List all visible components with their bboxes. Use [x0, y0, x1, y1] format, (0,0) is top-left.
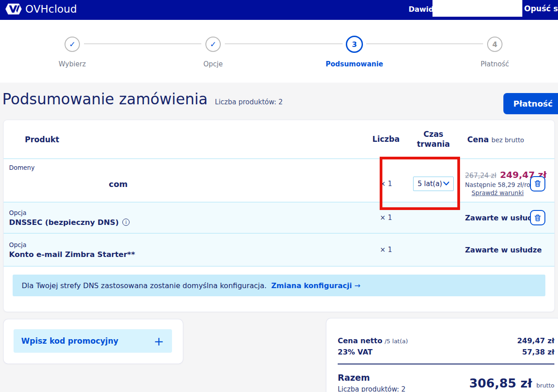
net-price-value: 249,47 zł [517, 336, 554, 345]
vat-row: 23% VAT 57,38 zł [338, 348, 554, 356]
payment-button[interactable]: Płatność → [503, 93, 558, 114]
summary-divider [338, 364, 554, 364]
product-cell: Opcja Konto e-mail Zimbra Starter** [9, 241, 370, 259]
price-cell: 267,24 zł249,47 zł Następnie 58,29 zł/ro… [465, 164, 526, 197]
product-category: Opcja [9, 209, 370, 216]
order-summary-card: Produkt Liczba Czas trwania Cena bez bru… [4, 120, 554, 312]
brand-name: OVHcloud [25, 3, 77, 15]
step-circle-done[interactable]: ✓ [65, 37, 80, 52]
net-price-period: /5 lat(a) [385, 338, 408, 345]
col-header-duration: Czas trwania [402, 130, 465, 149]
vat-label: 23% VAT [338, 348, 372, 356]
table-header-row: Produkt Liczba Czas trwania Cena bez bru… [4, 120, 554, 159]
nav-masked-box[interactable] [432, 0, 522, 17]
product-cell: Domeny com [9, 172, 370, 189]
info-icon[interactable]: i [122, 219, 130, 226]
product-category: Opcja [9, 241, 370, 248]
top-navbar: OVHcloud Dawid Opuść stro [0, 0, 558, 20]
page: OVHcloud Dawid Opuść stro ✓ Wybierz ✓ Op… [0, 0, 558, 392]
step-label: Wybierz [27, 60, 117, 68]
step-podsumowanie[interactable]: 3 Podsumowanie [309, 36, 400, 68]
total-row: Razem Liczba produktów: 2 306,85 zł brut… [338, 373, 554, 392]
trash-cell [526, 170, 549, 191]
quantity-value: × 1 [370, 173, 402, 188]
page-header: Podsumowanie zamówienia Liczba produktów… [2, 90, 283, 108]
step-label: Opcje [168, 60, 258, 68]
duration-select[interactable]: 5 lat(a) [413, 177, 454, 191]
col-header-quantity: Liczba [370, 135, 402, 144]
arrow-right-icon: → [354, 281, 360, 290]
product-name: com [109, 179, 370, 189]
table-row-zimbra: Opcja Konto e-mail Zimbra Starter** × 1 … [4, 233, 554, 266]
check-icon: ✓ [69, 40, 75, 49]
old-price: 267,24 zł [465, 172, 496, 180]
step-label: Płatność [450, 60, 540, 68]
col-header-product: Produkt [9, 135, 370, 144]
chevron-down-icon [443, 182, 449, 186]
total-value: 306,85 zł brutto [469, 376, 554, 390]
duration-selected-value: 5 lat(a) [418, 180, 442, 188]
table-row-dnssec: Opcja DNSSEC (bezpieczny DNS) i × 1 Zawa… [4, 202, 554, 233]
plus-icon: + [153, 335, 164, 347]
duration-cell: 5 lat(a) [402, 170, 465, 191]
vat-value: 57,38 zł [522, 348, 554, 356]
step-opcje[interactable]: ✓ Opcje [168, 37, 258, 68]
product-category: Domeny [9, 164, 35, 171]
check-icon: ✓ [210, 40, 216, 49]
user-name: Dawid [409, 5, 434, 14]
dns-config-banner: Dla Twojej strefy DNS zastosowana zostan… [13, 275, 545, 296]
delete-domain-button[interactable] [530, 176, 545, 191]
trash-icon [534, 180, 541, 187]
step-circle-pending: 4 [487, 37, 502, 52]
promo-code-card: Wpisz kod promocyjny + [4, 319, 183, 364]
trash-cell [526, 210, 549, 225]
product-name: Konto e-mail Zimbra Starter** [9, 250, 370, 259]
step-circle-done[interactable]: ✓ [205, 37, 221, 52]
total-suffix: brutto [536, 382, 554, 389]
promo-code-label: Wpisz kod promocyjny [21, 336, 118, 345]
trash-icon [534, 214, 541, 222]
delete-dnssec-button[interactable] [530, 210, 545, 225]
table-row-domain: Domeny com × 1 5 lat(a) 267,24 zł249,47 … [4, 159, 554, 202]
col-header-price: Cena bez brutto [465, 135, 526, 144]
product-count: Liczba produktów: 2 [215, 98, 283, 106]
total-label: Razem [338, 373, 405, 383]
checkout-stepper: ✓ Wybierz ✓ Opcje 3 Podsumowanie 4 Płatn… [0, 20, 558, 83]
total-product-count: Liczba produktów: 2 [338, 385, 405, 392]
quantity-value: × 1 [370, 246, 402, 254]
included-label: Zawarte w usłudze [465, 246, 526, 254]
step-circle-active[interactable]: 3 [346, 36, 363, 53]
step-wybierz[interactable]: ✓ Wybierz [27, 37, 117, 68]
terms-link[interactable]: Sprawdź warunki [472, 189, 524, 196]
step-label: Podsumowanie [309, 60, 400, 68]
leave-page-link[interactable]: Opuść stro [524, 4, 558, 13]
page-title: Podsumowanie zamówienia [2, 90, 208, 108]
promo-code-toggle[interactable]: Wpisz kod promocyjny + [14, 329, 172, 353]
step-platnosc: 4 Płatność [450, 37, 540, 68]
change-config-link[interactable]: Zmiana konfiguracji → [271, 281, 361, 290]
payment-button-label: Płatność [513, 99, 553, 108]
ovhcloud-logo: OVHcloud [5, 3, 77, 15]
included-label: Zawarte w usłudze [465, 214, 526, 222]
product-cell: Opcja DNSSEC (bezpieczny DNS) i [9, 209, 370, 227]
banner-text: Dla Twojej strefy DNS zastosowana zostan… [22, 281, 267, 290]
net-price-row: Cena netto /5 lat(a) 249,47 zł [338, 336, 554, 345]
price-summary-card: Cena netto /5 lat(a) 249,47 zł 23% VAT 5… [326, 318, 558, 392]
quantity-value: × 1 [370, 214, 402, 222]
net-price-label: Cena netto [338, 336, 382, 345]
product-name: DNSSEC (bezpieczny DNS) i [9, 218, 370, 227]
ovhcloud-logo-icon [5, 3, 22, 15]
renewal-price: Następnie 58,29 zł/rok [465, 181, 524, 188]
